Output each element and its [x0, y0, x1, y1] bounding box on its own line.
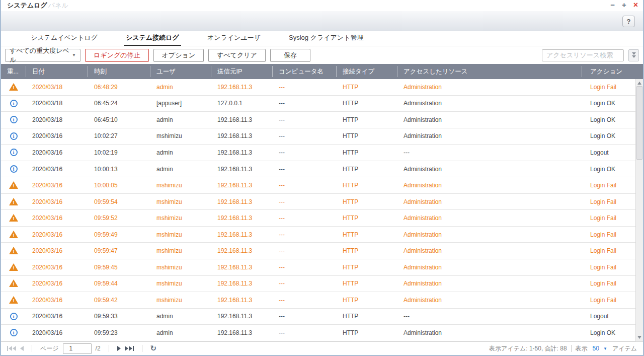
- vertical-scrollbar[interactable]: [635, 79, 643, 341]
- page-size-value[interactable]: 50: [593, 345, 599, 352]
- column-header-resource[interactable]: アクセスしたリソース: [397, 66, 582, 77]
- cell-user: mshimizu: [150, 182, 211, 189]
- warning-icon: !: [9, 214, 18, 222]
- chevron-down-icon: ▼: [72, 53, 76, 57]
- cell-resource: Administration: [397, 329, 582, 336]
- cell-severity: !: [1, 198, 26, 206]
- cell-date: 2020/03/16: [26, 313, 88, 320]
- last-page-button[interactable]: [125, 346, 134, 351]
- cell-resource: Administration: [397, 182, 582, 189]
- cell-time: 06:45:24: [88, 100, 150, 107]
- cell-action: Login Fail: [582, 198, 643, 205]
- first-page-button[interactable]: [7, 346, 16, 351]
- cell-source-ip: 192.168.11.3: [211, 264, 273, 271]
- cell-user: admin: [150, 313, 211, 320]
- scrollbar-thumb[interactable]: [636, 86, 642, 160]
- tab-bar: システムイベントログ システム接続ログ オンラインユーザ Syslog クライア…: [1, 31, 643, 46]
- cell-connection-type: HTTP: [337, 132, 397, 139]
- cell-resource: Administration: [397, 280, 582, 287]
- cell-time: 09:59:49: [88, 231, 150, 238]
- warning-icon: !: [9, 279, 18, 288]
- cell-computer-name: ---: [273, 100, 337, 107]
- column-header-source-ip[interactable]: 送信元IP: [211, 66, 273, 77]
- log-row[interactable]: i2020/03/1806:45:10admin192.168.11.3---H…: [1, 112, 643, 128]
- log-row[interactable]: i2020/03/1609:59:33admin192.168.11.3---H…: [1, 309, 643, 325]
- title-bar: システムログ パネル − + ×: [1, 0, 643, 11]
- cell-source-ip: 192.168.11.3: [211, 215, 273, 222]
- info-icon: i: [10, 149, 18, 156]
- log-row[interactable]: !2020/03/1806:48:29admin192.168.11.3---H…: [1, 79, 643, 96]
- log-row[interactable]: !2020/03/1610:00:05mshimizu192.168.11.3-…: [1, 177, 643, 194]
- log-row[interactable]: !2020/03/1609:59:52mshimizu192.168.11.3-…: [1, 210, 643, 227]
- cell-source-ip: 192.168.11.3: [211, 116, 273, 123]
- cell-user: mshimizu: [150, 264, 211, 271]
- column-header-connection-type[interactable]: 接続タイプ: [337, 66, 397, 77]
- cell-severity: !: [1, 231, 26, 239]
- info-icon: i: [10, 165, 18, 173]
- log-row[interactable]: i2020/03/1806:45:24[appuser]127.0.0.1---…: [1, 96, 643, 112]
- toolbar-band: ?: [1, 11, 643, 31]
- page-number-input[interactable]: [63, 343, 92, 354]
- scroll-up-icon[interactable]: [637, 82, 641, 85]
- log-row[interactable]: !2020/03/1609:59:45mshimizu192.168.11.3-…: [1, 259, 643, 276]
- log-row[interactable]: !2020/03/1609:59:49mshimizu192.168.11.3-…: [1, 227, 643, 243]
- stop-logging-button[interactable]: ロギングの停止: [85, 49, 149, 62]
- cell-action: Login Fail: [582, 264, 643, 271]
- cell-action: Logout: [582, 313, 643, 320]
- page-size-chevron-icon[interactable]: ▼: [603, 346, 607, 351]
- footer: ページ /2 ↻ 表示アイテム: 1-50, 合計: 88 表示 50 ▼ アイ…: [1, 341, 643, 355]
- column-header-computer-name[interactable]: コンピュータ名: [273, 66, 337, 77]
- cell-computer-name: ---: [273, 297, 337, 304]
- column-header-time[interactable]: 時刻: [88, 66, 150, 77]
- previous-page-button[interactable]: [20, 346, 24, 351]
- log-row[interactable]: i2020/03/1609:59:23admin192.168.11.3---H…: [1, 325, 643, 341]
- table-rows: !2020/03/1806:48:29admin192.168.11.3---H…: [1, 79, 643, 341]
- column-header-user[interactable]: ユーザ: [150, 66, 211, 77]
- cell-time: 06:48:29: [88, 84, 150, 91]
- refresh-icon[interactable]: ↻: [150, 344, 157, 353]
- options-button[interactable]: オプション: [153, 49, 204, 62]
- cell-date: 2020/03/18: [26, 116, 88, 123]
- cell-severity: i: [1, 116, 26, 123]
- cell-computer-name: ---: [273, 264, 337, 271]
- clear-all-button[interactable]: すべてクリア: [208, 49, 266, 62]
- maximize-icon[interactable]: +: [622, 1, 626, 9]
- column-header-severity[interactable]: 重...: [1, 66, 26, 77]
- search-input[interactable]: [542, 49, 624, 61]
- cell-connection-type: HTTP: [337, 116, 397, 123]
- log-row[interactable]: !2020/03/1609:59:54mshimizu192.168.11.3-…: [1, 194, 643, 210]
- help-button[interactable]: ?: [622, 16, 635, 27]
- scroll-down-icon[interactable]: [637, 336, 641, 339]
- cell-severity: !: [1, 247, 26, 255]
- log-row[interactable]: i2020/03/1610:00:13admin192.168.11.3---H…: [1, 161, 643, 178]
- next-page-button[interactable]: [117, 346, 121, 351]
- cell-source-ip: 192.168.11.3: [211, 132, 273, 139]
- log-row[interactable]: !2020/03/1609:59:44mshimizu192.168.11.3-…: [1, 276, 643, 293]
- minimize-icon[interactable]: −: [610, 1, 615, 9]
- log-row[interactable]: i2020/03/1610:02:19admin192.168.11.3---H…: [1, 145, 643, 161]
- column-header-date[interactable]: 日付: [26, 66, 88, 77]
- cell-severity: i: [1, 132, 26, 140]
- search-options-button[interactable]: [628, 49, 639, 61]
- cell-time: 09:59:23: [88, 329, 150, 336]
- cell-resource: ---: [397, 313, 582, 320]
- tab-syslog-client-management[interactable]: Syslog クライアント管理: [287, 33, 365, 46]
- column-header-action[interactable]: アクション: [582, 66, 643, 77]
- tab-system-connection-log[interactable]: システム接続ログ: [124, 33, 181, 46]
- severity-filter-dropdown[interactable]: すべての重大度レベル ▼: [5, 49, 80, 62]
- log-row[interactable]: !2020/03/1609:59:42mshimizu192.168.11.3-…: [1, 292, 643, 309]
- page-label: ページ: [40, 344, 59, 353]
- cell-action: Login Fail: [582, 297, 643, 304]
- close-icon[interactable]: ×: [633, 1, 638, 9]
- log-row[interactable]: !2020/03/1609:59:47mshimizu192.168.11.3-…: [1, 243, 643, 259]
- log-row[interactable]: i2020/03/1610:02:27mshimizu192.168.11.3-…: [1, 128, 643, 145]
- cell-connection-type: HTTP: [337, 313, 397, 320]
- tab-online-users[interactable]: オンラインユーザ: [205, 33, 263, 46]
- cell-user: admin: [150, 84, 211, 91]
- cell-resource: Administration: [397, 215, 582, 222]
- tab-system-event-log[interactable]: システムイベントログ: [29, 33, 100, 46]
- cell-date: 2020/03/16: [26, 215, 88, 222]
- info-icon: i: [10, 116, 18, 123]
- save-button[interactable]: 保存: [270, 49, 310, 62]
- warning-icon: !: [9, 181, 18, 189]
